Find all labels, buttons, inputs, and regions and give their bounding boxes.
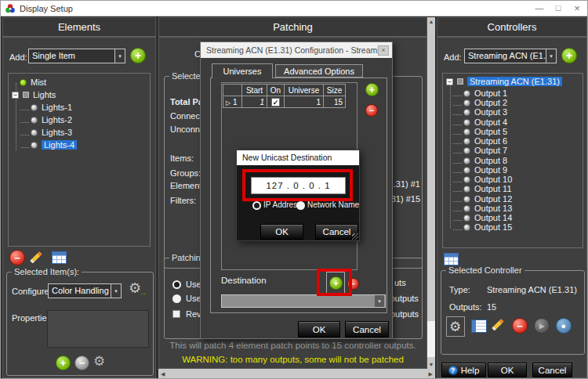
tree-item-output-6[interactable]: Output 6 [463, 136, 507, 146]
tree-item-lights-2[interactable]: Lights-2 [31, 115, 72, 125]
collapse-icon[interactable]: − [12, 92, 19, 99]
tree-item-output-8[interactable]: Output 8 [463, 156, 507, 165]
universe-add-button[interactable]: + [365, 83, 379, 96]
edit-pencil-icon[interactable] [30, 249, 45, 265]
controller-start-button[interactable]: ▶ [534, 318, 550, 334]
minimize-icon[interactable]: — [532, 3, 546, 13]
tree-item-output-11[interactable]: Output 11 [463, 184, 512, 193]
tree-item-streaming-acn[interactable]: − Streaming ACN (E1.31) [446, 77, 562, 86]
unicast-ok-button[interactable]: OK [260, 224, 303, 240]
acn-cancel-button[interactable]: Cancel [345, 321, 389, 337]
collapse-icon[interactable]: − [446, 78, 453, 85]
controllers-add-button[interactable]: + [561, 48, 577, 63]
ip-address-input[interactable]: 127 . 0 . 0 . 1 [251, 177, 346, 194]
resize-grip[interactable] [352, 233, 358, 240]
tree-item-output-2[interactable]: Output 2 [463, 98, 507, 107]
col-header-size[interactable]: Size [324, 85, 346, 96]
network-name-radio[interactable] [296, 201, 305, 210]
unicast-dialog-title: New Unicast Destination [242, 153, 332, 162]
tree-item-output-9[interactable]: Output 9 [463, 165, 507, 175]
chevron-down-icon[interactable]: ▾ [111, 284, 121, 298]
vertical-scrollbar[interactable]: ▲ ▼ [427, 17, 435, 369]
tree-item-output-10[interactable]: Output 10 [463, 175, 512, 184]
tree-item-lights[interactable]: − Lights [12, 90, 56, 99]
tree-item-lights-4-selected[interactable]: Lights-4 [31, 140, 77, 150]
elements-tree[interactable]: Mist − Lights Lights-1 Lights-2 Lights-3 [8, 73, 151, 247]
tree-item-output-13[interactable]: Output 13 [463, 204, 512, 213]
scroll-up-icon[interactable]: ▲ [427, 19, 435, 24]
configure-select[interactable]: Color Handling ▾ [48, 283, 122, 298]
ip-address-radio[interactable] [252, 201, 261, 210]
controller-config-table-icon[interactable] [471, 319, 487, 333]
property-gear-icon[interactable]: ⚙ [93, 353, 105, 370]
destination-add-button[interactable]: + [329, 276, 343, 290]
table-view-icon[interactable] [52, 251, 67, 264]
gray-dot-icon [31, 104, 38, 111]
help-button[interactable]: ? Help [441, 363, 486, 377]
checked-checkbox-icon[interactable]: ✓ [271, 98, 280, 106]
tree-item-lights-3[interactable]: Lights-3 [31, 128, 72, 137]
unicast-dialog-titlebar[interactable]: New Unicast Destination [237, 150, 359, 165]
controller-edit-pencil-icon[interactable] [492, 316, 507, 332]
elements-add-button[interactable]: + [130, 48, 146, 63]
groups-label: Groups: [170, 168, 201, 178]
gray-dot-icon [463, 196, 470, 203]
destination-select[interactable]: ▾ [221, 294, 386, 308]
elements-add-select[interactable]: Single Item ▾ [28, 49, 125, 63]
controllers-panel: Controllers Add: Streaming ACN (E1.31) ▾… [437, 17, 587, 378]
reverse-checkbox[interactable] [172, 310, 180, 318]
close-icon[interactable]: × [570, 2, 584, 14]
start-cell[interactable]: 1 [242, 96, 267, 108]
controllers-ok-button[interactable]: OK [488, 363, 527, 377]
scroll-left-icon[interactable]: ◀ [161, 371, 165, 377]
tab-advanced-options[interactable]: Advanced Options [275, 64, 363, 78]
universe-remove-button[interactable]: − [365, 104, 378, 117]
col-header-start[interactable]: Start [242, 85, 267, 96]
tree-item-output-5[interactable]: Output 5 [463, 127, 507, 136]
tab-universes[interactable]: Universes [212, 63, 273, 78]
tree-item-output-4[interactable]: Output 4 [463, 117, 507, 127]
properties-box[interactable] [47, 310, 149, 348]
group-square-icon [457, 78, 463, 85]
universe-row[interactable]: ▷ 1 1 ✓ 1 15 [223, 96, 346, 108]
scroll-right-icon[interactable]: ▶ [429, 371, 433, 377]
chevron-down-icon[interactable]: ▾ [114, 49, 125, 63]
col-header-universe[interactable]: Universe [285, 85, 324, 96]
controllers-cancel-button[interactable]: Cancel [532, 363, 572, 377]
tree-item-output-14[interactable]: Output 14 [463, 213, 512, 222]
elements-add-label: Add: [9, 52, 27, 62]
maximize-icon[interactable]: □ [551, 3, 565, 13]
acn-ok-button[interactable]: OK [298, 321, 340, 337]
acn-dialog-close-icon[interactable]: × [378, 45, 389, 56]
tree-item-output-3[interactable]: Output 3 [463, 107, 507, 117]
use-single-radio[interactable] [172, 294, 181, 303]
property-add-button[interactable]: + [56, 356, 71, 370]
col-header-on[interactable]: On [267, 85, 285, 96]
controller-remove-button[interactable]: − [512, 318, 528, 334]
acn-dialog-titlebar[interactable]: Streaming ACN (E1.31) Configuration - St… [201, 42, 392, 58]
tree-item-output-15[interactable]: Output 15 [463, 222, 512, 232]
tree-item-lights-1[interactable]: Lights-1 [31, 103, 72, 112]
controllers-tree[interactable]: − Streaming ACN (E1.31) Output 1 Output … [442, 73, 583, 248]
chevron-down-icon[interactable]: ▾ [375, 295, 384, 307]
destination-remove-button[interactable]: − [347, 278, 359, 290]
tree-item-output-12[interactable]: Output 12 [463, 194, 512, 204]
size-cell[interactable]: 15 [324, 96, 346, 108]
property-remove-button[interactable]: − [74, 356, 89, 370]
tree-item-output-7[interactable]: Output 7 [463, 146, 507, 155]
controllers-add-select[interactable]: Streaming ACN (E1.31) ▾ [464, 49, 557, 63]
horizontal-scrollbar[interactable]: ◀ ▶ [158, 369, 435, 379]
controller-gear-button[interactable]: ⚙ [446, 316, 465, 337]
tree-item-output-1[interactable]: Output 1 [463, 88, 507, 98]
tree-item-mist[interactable]: Mist [20, 78, 46, 87]
elements-remove-button[interactable]: − [9, 250, 25, 265]
chevron-down-icon[interactable]: ▾ [546, 49, 556, 63]
scrollbar-thumb[interactable] [427, 321, 435, 357]
on-cell[interactable]: ✓ [267, 96, 285, 108]
table-view-icon[interactable] [444, 253, 459, 265]
scroll-down-icon[interactable]: ▼ [427, 362, 435, 367]
use-universe-radio[interactable] [172, 280, 181, 289]
destination-add-button-box: + [326, 272, 345, 294]
controller-stop-button[interactable]: ■ [556, 318, 572, 334]
universe-cell[interactable]: 1 [285, 96, 324, 108]
